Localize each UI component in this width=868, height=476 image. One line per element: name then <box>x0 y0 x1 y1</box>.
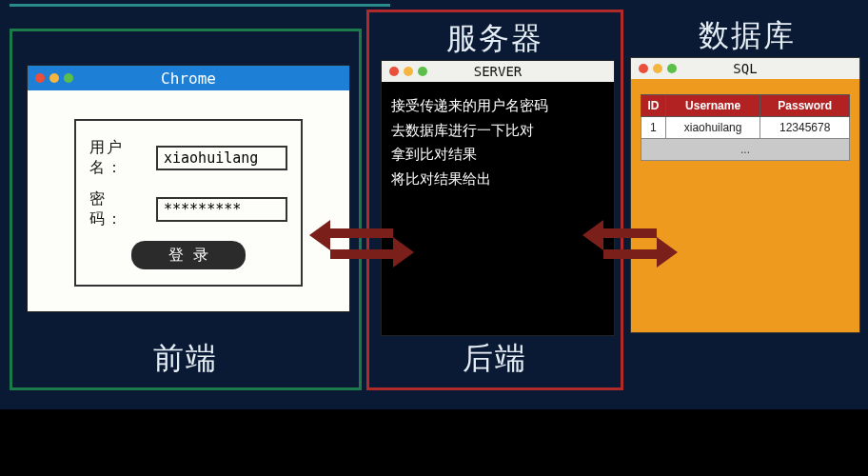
table-header-row: ID Username Password <box>641 95 850 117</box>
sql-table: ID Username Password 1 xiaohuilang 12345… <box>641 94 850 161</box>
col-password: Password <box>760 95 850 117</box>
frontend-section: Chrome 用户名： xiaohuilang 密 码： ********* 登… <box>10 29 362 390</box>
backend-title: 后端 <box>369 338 621 380</box>
browser-titlebar: Chrome <box>28 66 349 90</box>
diagram-stage: Chrome 用户名： xiaohuilang 密 码： ********* 登… <box>0 10 868 409</box>
server-line: 拿到比对结果 <box>391 142 604 167</box>
password-label: 密 码： <box>89 189 156 229</box>
password-row: 密 码： ********* <box>89 189 287 229</box>
cell-username: xiaohuilang <box>665 117 760 139</box>
col-id: ID <box>641 95 666 117</box>
footer-bar <box>0 409 868 476</box>
password-input[interactable]: ********* <box>156 197 287 222</box>
database-body: ID Username Password 1 xiaohuilang 12345… <box>631 79 859 176</box>
database-window-title: SQL <box>631 61 859 76</box>
server-titlebar: SERVER <box>382 61 614 82</box>
database-window: SQL ID Username Password 1 xiaohuilang 1… <box>630 57 860 333</box>
table-row-more: ... <box>641 139 850 161</box>
server-line: 去数据库进行一下比对 <box>391 118 604 143</box>
frontend-title: 前端 <box>12 338 359 380</box>
server-window: SERVER 接受传递来的用户名密码 去数据库进行一下比对 拿到比对结果 将比对… <box>381 60 615 336</box>
server-line: 接受传递来的用户名密码 <box>391 93 604 118</box>
server-line: 将比对结果给出 <box>391 167 604 191</box>
server-body: 接受传递来的用户名密码 去数据库进行一下比对 拿到比对结果 将比对结果给出 <box>382 82 614 202</box>
cell-password: 12345678 <box>760 117 850 139</box>
browser-title: Chrome <box>28 69 349 88</box>
cell-more: ... <box>641 139 850 161</box>
bidirectional-arrow-icon <box>582 224 678 266</box>
server-window-title: SERVER <box>382 64 614 79</box>
bidirectional-arrow-icon <box>309 224 414 266</box>
server-title: 服务器 <box>369 18 621 60</box>
browser-window: Chrome 用户名： xiaohuilang 密 码： ********* 登… <box>27 65 350 312</box>
database-title: 数据库 <box>638 15 857 57</box>
accent-line <box>10 4 390 7</box>
login-form: 用户名： xiaohuilang 密 码： ********* 登录 <box>74 119 303 287</box>
username-row: 用户名： xiaohuilang <box>89 138 287 178</box>
table-row: 1 xiaohuilang 12345678 <box>641 117 850 139</box>
col-username: Username <box>665 95 760 117</box>
username-input[interactable]: xiaohuilang <box>156 146 287 170</box>
backend-section: 服务器 SERVER 接受传递来的用户名密码 去数据库进行一下比对 拿到比对结果… <box>366 10 623 390</box>
username-label: 用户名： <box>89 138 156 178</box>
cell-id: 1 <box>641 117 666 139</box>
login-button[interactable]: 登录 <box>131 241 246 269</box>
database-titlebar: SQL <box>631 58 859 79</box>
